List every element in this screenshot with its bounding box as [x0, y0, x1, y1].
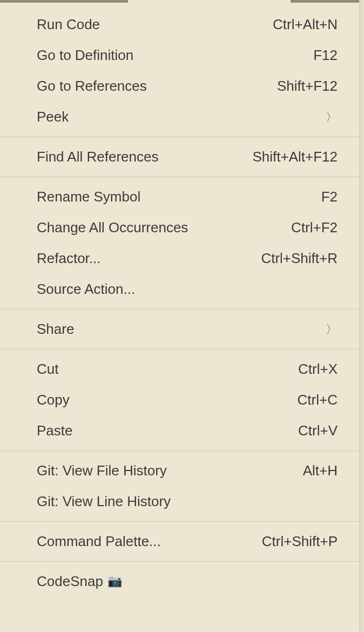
menu-item-git-view-file-history[interactable]: Git: View File HistoryAlt+H	[0, 455, 359, 486]
chevron-right-icon: 〉	[326, 109, 338, 125]
tab-segment	[0, 0, 128, 3]
menu-item-shortcut: F12	[313, 47, 338, 64]
menu-item-shortcut: Ctrl+F2	[291, 219, 338, 236]
menu-item-label: Command Palette...	[37, 533, 262, 550]
tab-bar	[0, 0, 359, 3]
menu-item-shortcut: Shift+F12	[277, 78, 338, 95]
menu-item-find-all-references[interactable]: Find All ReferencesShift+Alt+F12	[0, 142, 359, 172]
menu-item-label: Go to Definition	[37, 47, 313, 64]
menu-separator	[0, 177, 359, 177]
menu-item-go-to-references[interactable]: Go to ReferencesShift+F12	[0, 71, 359, 102]
menu-item-shortcut: Ctrl+Shift+P	[262, 533, 338, 550]
menu-item-share[interactable]: Share〉	[0, 314, 359, 345]
menu-item-shortcut: Alt+H	[303, 462, 338, 479]
menu-item-label: Cut	[37, 361, 298, 378]
menu-item-change-all-occurrences[interactable]: Change All OccurrencesCtrl+F2	[0, 212, 359, 243]
menu-item-label: Share	[37, 321, 321, 338]
menu-item-shortcut: Ctrl+Shift+R	[261, 250, 338, 267]
menu-item-label: Git: View File History	[37, 462, 303, 479]
menu-item-copy[interactable]: CopyCtrl+C	[0, 385, 359, 415]
menu-item-git-view-line-history[interactable]: Git: View Line History	[0, 486, 359, 517]
menu-item-shortcut: Ctrl+Alt+N	[273, 16, 338, 33]
menu-item-shortcut: F2	[321, 189, 338, 205]
menu-item-shortcut: Ctrl+V	[298, 422, 338, 439]
menu-separator	[0, 521, 359, 522]
menu-item-refactor[interactable]: Refactor...Ctrl+Shift+R	[0, 243, 359, 274]
menu-item-shortcut: Shift+Alt+F12	[252, 149, 338, 165]
menu-item-peek[interactable]: Peek〉	[0, 102, 359, 132]
menu-item-label: Find All References	[37, 149, 252, 165]
menu-item-label: Refactor...	[37, 250, 261, 267]
menu-item-label: Paste	[37, 422, 298, 439]
menu-item-run-code[interactable]: Run CodeCtrl+Alt+N	[0, 9, 359, 40]
menu-item-label: Rename Symbol	[37, 189, 321, 205]
menu-item-command-palette[interactable]: Command Palette...Ctrl+Shift+P	[0, 526, 359, 557]
menu-item-paste[interactable]: PasteCtrl+V	[0, 415, 359, 446]
menu-item-shortcut: Ctrl+X	[298, 361, 338, 378]
menu-content: Run CodeCtrl+Alt+NGo to DefinitionF12Go …	[0, 3, 359, 597]
menu-item-source-action[interactable]: Source Action...	[0, 274, 359, 305]
camera-icon: 📷	[107, 574, 122, 588]
chevron-right-icon: 〉	[326, 321, 338, 338]
menu-separator	[0, 561, 359, 562]
context-menu: Run CodeCtrl+Alt+NGo to DefinitionF12Go …	[0, 0, 359, 632]
menu-item-shortcut: Ctrl+C	[298, 392, 338, 408]
menu-separator	[0, 451, 359, 451]
menu-item-label: Source Action...	[37, 281, 338, 298]
menu-item-cut[interactable]: CutCtrl+X	[0, 354, 359, 385]
menu-item-label: Git: View Line History	[37, 493, 338, 510]
menu-item-codesnap[interactable]: CodeSnap📷	[0, 566, 359, 597]
menu-item-label: Copy	[37, 392, 298, 408]
menu-separator	[0, 137, 359, 137]
menu-item-label: Go to References	[37, 78, 277, 95]
menu-item-label: CodeSnap📷	[37, 573, 338, 590]
tab-segment	[128, 0, 291, 3]
menu-separator	[0, 309, 359, 310]
menu-item-label: Peek	[37, 109, 321, 125]
menu-item-rename-symbol[interactable]: Rename SymbolF2	[0, 181, 359, 212]
menu-item-go-to-definition[interactable]: Go to DefinitionF12	[0, 40, 359, 71]
menu-item-label: Run Code	[37, 16, 273, 33]
tab-segment	[291, 0, 359, 3]
menu-separator	[0, 349, 359, 349]
menu-item-label: Change All Occurrences	[37, 219, 291, 236]
